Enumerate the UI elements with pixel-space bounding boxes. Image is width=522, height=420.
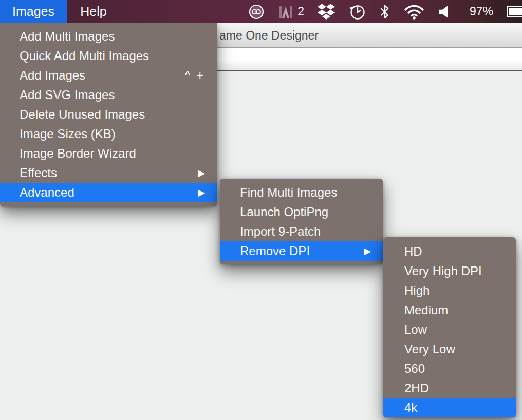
menu-item-label: Add Multi Images [20,27,205,46]
menu-item-quick-add-multi-images[interactable]: Quick Add Multi Images [0,46,217,66]
menu-item-label: Low [404,320,504,339]
battery-fill-level [509,8,522,15]
menu-item-medium[interactable]: Medium [383,300,516,320]
menubar-item-images[interactable]: Images [0,0,67,23]
menu-item-label: 2HD [404,378,504,398]
submenu-arrow-icon: ▶ [198,163,205,183]
menu-item-label: Import 9-Patch [240,222,371,241]
menu-item-label: Effects [20,163,198,183]
battery-percent-label: 97% [470,5,493,18]
dropbox-icon[interactable] [318,4,335,20]
time-machine-icon[interactable] [348,3,366,21]
adobe-badge-count: 2 [297,5,304,18]
status-icons: 2 [249,0,522,23]
menu-item-advanced[interactable]: Advanced ▶ [0,183,217,202]
advanced-submenu: Find Multi Images Launch OptiPng Import … [220,179,383,264]
menu-item-add-svg-images[interactable]: Add SVG Images [0,85,217,105]
menu-bar: Images Help 2 [0,0,522,23]
menu-item-add-multi-images[interactable]: Add Multi Images [0,27,217,46]
creative-cloud-icon[interactable] [249,4,264,20]
menu-item-high[interactable]: High [383,281,516,300]
menu-item-label: Medium [404,300,504,320]
menu-item-label: Advanced [20,183,198,202]
menu-item-label: Image Border Wizard [20,144,205,163]
menu-item-image-sizes-kb[interactable]: Image Sizes (KB) [0,124,217,144]
wifi-icon[interactable] [404,4,424,20]
menu-item-label: Launch OptiPng [240,202,371,222]
menu-item-very-high-dpi[interactable]: Very High DPI [383,261,516,281]
menu-item-hd[interactable]: HD [383,242,516,261]
menu-item-label: Quick Add Multi Images [20,46,205,66]
submenu-arrow-icon: ▶ [198,183,205,202]
submenu-arrow-icon: ▶ [364,241,371,261]
keyboard-shortcut: ^ + [184,66,205,85]
menu-item-label: Very High DPI [404,261,504,281]
menu-item-2hd[interactable]: 2HD [383,378,516,398]
menu-item-delete-unused-images[interactable]: Delete Unused Images [0,105,217,124]
images-menu: Add Multi Images Quick Add Multi Images … [0,23,217,206]
adobe-a-icon [277,4,294,20]
menu-item-label: 4k [404,398,504,417]
battery-icon[interactable] [507,6,522,17]
menu-item-label: High [404,281,504,300]
menu-item-effects[interactable]: Effects ▶ [0,163,217,183]
menu-item-add-images[interactable]: Add Images ^ + [0,66,217,85]
menu-item-find-multi-images[interactable]: Find Multi Images [220,183,383,202]
menu-item-560[interactable]: 560 [383,359,516,378]
adobe-app-status[interactable]: 2 [277,4,304,20]
menubar-item-help[interactable]: Help [67,0,120,23]
window-title: ame One Designer [219,23,319,48]
menu-item-label: Very Low [404,339,504,359]
menu-item-import-9-patch[interactable]: Import 9-Patch [220,222,383,241]
volume-icon[interactable] [438,5,449,18]
menu-item-remove-dpi[interactable]: Remove DPI ▶ [220,241,383,261]
screen: ame One Designer Images Help [0,0,522,420]
menu-item-label: Find Multi Images [240,183,371,202]
menu-item-low[interactable]: Low [383,320,516,339]
menu-item-label: Remove DPI [240,241,364,261]
menu-item-label: Add Images [20,66,184,85]
menu-item-very-low[interactable]: Very Low [383,339,516,359]
menu-item-label: 560 [404,359,504,378]
bluetooth-icon[interactable] [379,4,390,20]
menu-item-label: Add SVG Images [20,85,205,105]
menu-item-label: Image Sizes (KB) [20,124,205,144]
menu-item-label: Delete Unused Images [20,105,205,124]
menu-item-label: HD [404,242,504,261]
menu-item-launch-optipng[interactable]: Launch OptiPng [220,202,383,222]
remove-dpi-submenu: HD Very High DPI High Medium Low Very Lo… [383,237,516,417]
menu-item-4k[interactable]: 4k [383,398,516,417]
menu-item-image-border-wizard[interactable]: Image Border Wizard [0,144,217,163]
